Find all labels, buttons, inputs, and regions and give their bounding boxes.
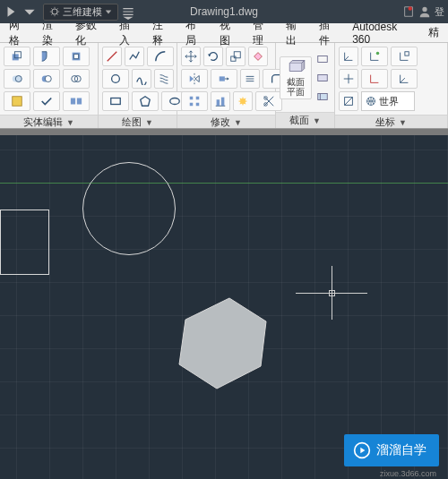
offset-button[interactable] — [240, 69, 260, 89]
helix-button[interactable] — [154, 69, 174, 89]
rectangle-shape[interactable] — [0, 210, 49, 275]
panel-label-draw[interactable]: 绘图▼ — [99, 115, 177, 129]
ucs-icon-6[interactable] — [391, 69, 418, 89]
svg-marker-27 — [195, 76, 199, 82]
stretch-button[interactable] — [211, 69, 237, 89]
panel-label-coords[interactable]: 坐标▼ — [335, 115, 447, 129]
move-button[interactable] — [181, 47, 201, 66]
watermark-badge: 溜溜自学 zixue.3d66.com — [344, 434, 439, 466]
section-icon-3[interactable] — [314, 89, 331, 105]
panel-solid-edit: 实体编辑▼ — [0, 43, 99, 128]
ucs-icon-7[interactable] — [339, 91, 358, 111]
section-plane-button[interactable]: 截面 平面 — [280, 56, 312, 99]
ucs-icon-4[interactable] — [339, 69, 358, 89]
svg-rect-16 — [13, 97, 22, 107]
chevron-down-icon — [105, 8, 112, 15]
svg-point-7 — [422, 7, 426, 12]
edge-fillet-button[interactable] — [33, 47, 60, 66]
line-button[interactable] — [102, 47, 122, 66]
svg-marker-45 — [179, 298, 266, 389]
face-extrude-button[interactable] — [4, 47, 30, 66]
rectangle-button[interactable] — [102, 91, 129, 111]
panel-modify: 修改▼ — [177, 43, 276, 128]
svg-point-13 — [45, 76, 51, 82]
ucs-icon-1[interactable] — [339, 47, 358, 66]
section-icon-1[interactable] — [314, 51, 331, 67]
gear-icon — [49, 6, 60, 17]
ucs-icon-3[interactable] — [391, 47, 418, 66]
quick-access-toolbar: 三维建模 — [4, 4, 136, 21]
circle-button[interactable] — [102, 69, 129, 89]
svg-marker-1 — [24, 10, 34, 15]
title-right-controls: 登 — [402, 5, 444, 19]
panel-draw: 绘图▼ — [99, 43, 177, 128]
user-icon[interactable] — [418, 5, 431, 18]
hexagon-shape[interactable] — [165, 295, 272, 393]
arc-button[interactable] — [147, 47, 174, 66]
info-icon[interactable] — [402, 5, 415, 18]
intersect-button[interactable] — [63, 69, 90, 89]
circle-shape[interactable] — [82, 162, 176, 255]
menu-more[interactable]: 精 — [422, 23, 445, 42]
svg-marker-0 — [8, 6, 15, 16]
shell-button[interactable] — [4, 91, 30, 111]
svg-rect-17 — [71, 98, 75, 105]
svg-rect-31 — [196, 97, 200, 100]
user-login-label[interactable]: 登 — [435, 5, 444, 19]
svg-rect-18 — [77, 98, 82, 105]
subtract-button[interactable] — [33, 69, 60, 89]
svg-marker-21 — [141, 97, 151, 107]
panel-label-section[interactable]: 截面▼ — [276, 112, 334, 128]
chevron-down-icon: ▼ — [145, 118, 153, 127]
svg-rect-20 — [111, 98, 121, 105]
erase-button[interactable] — [248, 47, 268, 66]
play-icon — [353, 441, 371, 459]
svg-rect-38 — [318, 56, 328, 62]
rotate-button[interactable] — [203, 47, 223, 66]
section-icon-2[interactable] — [314, 70, 331, 86]
polyline-button[interactable] — [125, 47, 144, 66]
title-bar: 三维建模 Drawing1.dwg 登 — [0, 0, 448, 23]
watermark-text: 溜溜自学 — [376, 442, 426, 458]
svg-rect-28 — [220, 76, 225, 81]
explode-button[interactable] — [233, 91, 253, 111]
workspace-label: 三维建模 — [63, 5, 102, 19]
svg-rect-42 — [405, 52, 409, 56]
mirror-button[interactable] — [181, 69, 208, 89]
svg-rect-40 — [318, 93, 328, 99]
align-button[interactable] — [211, 91, 230, 111]
svg-rect-8 — [13, 54, 19, 60]
spline-button[interactable] — [132, 69, 151, 89]
array-button[interactable] — [181, 91, 208, 111]
svg-point-11 — [15, 76, 22, 82]
svg-point-2 — [52, 9, 57, 14]
union-button[interactable] — [4, 69, 30, 89]
qat-dropdown-icon[interactable] — [22, 4, 38, 20]
scale-button[interactable] — [226, 47, 246, 66]
ucs-world-field[interactable]: 世界 — [361, 91, 415, 111]
menu-bar: 网格 渲染 参数化 插入 注释 布局 视图 管理 输出 插件 Autodesk … — [0, 23, 448, 43]
svg-marker-26 — [190, 76, 194, 82]
panel-coords: 世界 坐标▼ — [335, 43, 448, 128]
polygon-button[interactable] — [132, 91, 159, 111]
ucs-icon-2[interactable] — [361, 47, 388, 66]
chevron-down-icon: ▼ — [399, 118, 407, 127]
section-plane-label: 截面 平面 — [287, 77, 305, 97]
qat-left-icon[interactable] — [4, 4, 20, 20]
svg-rect-39 — [318, 74, 328, 81]
workspace-switcher[interactable]: 三维建模 — [43, 4, 118, 21]
svg-point-41 — [376, 52, 380, 56]
ucs-icon-5[interactable] — [361, 69, 388, 89]
watermark-url: zixue.3d66.com — [380, 469, 436, 478]
panel-label-solid-edit[interactable]: 实体编辑▼ — [0, 115, 98, 129]
face-offset-button[interactable] — [63, 47, 90, 66]
document-title: Drawing1.dwg — [190, 5, 258, 18]
qat-overflow-icon[interactable] — [120, 4, 136, 20]
drawing-canvas[interactable]: 溜溜自学 zixue.3d66.com — [0, 135, 448, 479]
panel-section: 截面 平面 截面▼ — [276, 43, 335, 128]
chevron-down-icon: ▼ — [66, 118, 74, 127]
separate-button[interactable] — [63, 91, 90, 111]
check-button[interactable] — [33, 91, 60, 111]
svg-marker-47 — [360, 448, 365, 454]
panel-label-modify[interactable]: 修改▼ — [177, 115, 275, 129]
